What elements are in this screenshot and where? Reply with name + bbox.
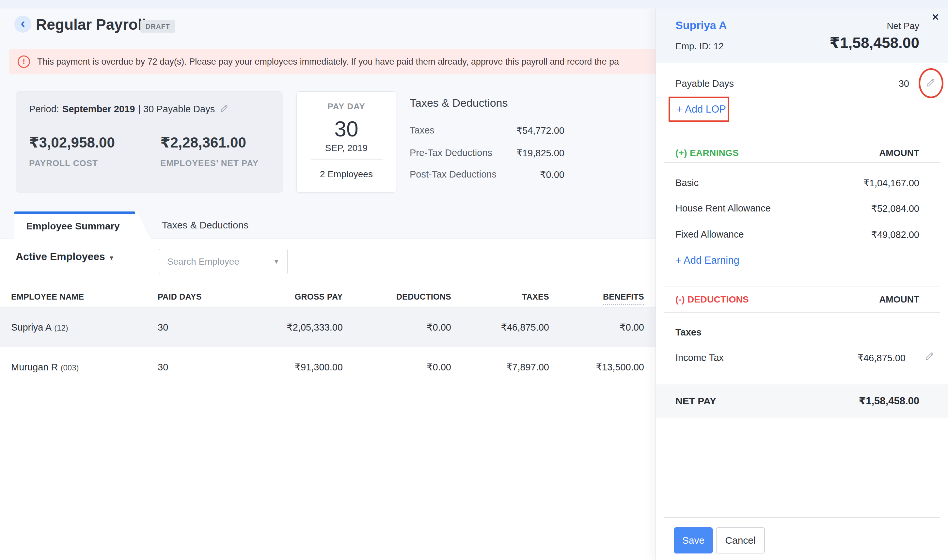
period-summary-card: Period: September 2019 | 30 Payable Days…: [16, 91, 283, 192]
table-row-supriya[interactable]: Supriya A(12) 30 ₹2,05,333.00 ₹0.00 ₹46,…: [0, 308, 656, 347]
top-strip: [0, 0, 948, 8]
active-tab-indicator: [14, 211, 135, 214]
edit-period-icon[interactable]: [219, 103, 231, 115]
taxes-cell: ₹46,875.00: [501, 322, 549, 333]
taxes-cell: ₹7,897.00: [506, 362, 549, 373]
panel-netpay-value: ₹1,58,458.00: [830, 34, 919, 52]
payroll-cost-label: PAYROLL COST: [29, 158, 98, 168]
payday-day: 30: [297, 117, 396, 141]
col-benefits: BENEFITS: [603, 292, 644, 302]
page-title: Regular Payroll: [36, 16, 146, 33]
paid-days-cell: 30: [158, 322, 168, 332]
close-icon[interactable]: ✕: [931, 12, 940, 22]
payable-days-value: 30: [899, 78, 909, 89]
taxes-deductions-title: Taxes & Deductions: [410, 97, 508, 109]
employee-count: 2 Employees: [297, 169, 396, 180]
period-line: Period: September 2019 | 30 Payable Days: [29, 103, 231, 115]
divider: [664, 286, 940, 287]
payday-card: PAY DAY 30 SEP, 2019 2 Employees: [296, 91, 396, 192]
payroll-cost-value: ₹3,02,958.00: [29, 134, 115, 151]
earning-label: Fixed Allowance: [676, 229, 744, 240]
cancel-button[interactable]: Cancel: [716, 528, 765, 554]
employees-net-pay-label: EMPLOYEES’ NET PAY: [160, 158, 259, 168]
taxes-deductions-summary: Taxes & Deductions Taxes ₹54,772.00 Pre-…: [410, 91, 566, 192]
taxes-label: Taxes: [410, 125, 434, 136]
employee-number: (12): [54, 323, 68, 332]
annotation-rectangle: + Add LOP: [669, 97, 729, 122]
gross-pay-cell: ₹2,05,333.00: [286, 322, 343, 333]
employee-number: (003): [60, 363, 78, 372]
employees-net-pay-value: ₹2,28,361.00: [160, 134, 246, 151]
benefits-cell: ₹0.00: [620, 322, 644, 333]
tab-employee-summary[interactable]: Employee Summary: [14, 211, 150, 239]
paid-days-cell: 30: [158, 362, 168, 373]
panel-emp-id: Emp. ID: 12: [676, 41, 724, 52]
divider: [664, 312, 940, 312]
benefits-cell: ₹13,500.00: [596, 362, 644, 373]
status-badge: DRAFT: [140, 20, 175, 32]
earning-value: ₹52,084.00: [871, 203, 919, 214]
alert-text: This payment is overdue by 72 day(s). Pl…: [37, 57, 619, 67]
pretax-label: Pre-Tax Deductions: [410, 148, 492, 158]
col-paid-days: PAID DAYS: [158, 292, 202, 302]
divider: [664, 140, 940, 140]
employee-name: Murugan R(003): [11, 362, 79, 373]
divider: [664, 162, 940, 163]
panel-netpay-label: Net Pay: [886, 21, 919, 31]
earnings-amount-header: AMOUNT: [879, 148, 919, 158]
save-button[interactable]: Save: [674, 528, 713, 554]
back-button[interactable]: ‹: [14, 16, 31, 32]
table-header-row: EMPLOYEE NAME PAID DAYS GROSS PAY DEDUCT…: [0, 281, 656, 308]
deduction-value: ₹46,875.00: [857, 352, 906, 363]
back-chevron-icon: ‹: [20, 17, 25, 30]
earnings-section-title: (+) EARNINGS: [676, 148, 739, 158]
earning-label: House Rent Allowance: [676, 203, 771, 214]
col-gross-pay: GROSS PAY: [295, 292, 343, 302]
employee-detail-panel: Supriya A Net Pay Emp. ID: 12 ₹1,58,458.…: [656, 8, 948, 560]
gross-pay-cell: ₹91,300.00: [295, 362, 343, 373]
payable-days-label: Payable Days: [676, 78, 734, 89]
pretax-value: ₹19,825.00: [516, 148, 565, 158]
payday-monthyear: SEP, 2019: [297, 143, 396, 153]
deductions-cell: ₹0.00: [427, 322, 451, 333]
col-taxes: TAXES: [522, 292, 549, 302]
payable-days-text: | 30 Payable Days: [138, 104, 215, 115]
divider: [664, 517, 940, 518]
period-value: September 2019: [62, 104, 135, 115]
col-deductions: DEDUCTIONS: [396, 292, 451, 302]
panel-header: Supriya A Net Pay Emp. ID: 12 ₹1,58,458.…: [656, 8, 948, 63]
deductions-cell: ₹0.00: [427, 362, 451, 373]
divider: [311, 159, 383, 160]
netpay-total-label: NET PAY: [676, 395, 716, 407]
employee-table: EMPLOYEE NAME PAID DAYS GROSS PAY DEDUCT…: [0, 239, 656, 560]
table-row-murugan[interactable]: Murugan R(003) 30 ₹91,300.00 ₹0.00 ₹7,89…: [0, 347, 656, 388]
posttax-value: ₹0.00: [540, 169, 565, 180]
tab-label: Taxes & Deductions: [162, 220, 248, 231]
add-earning-link[interactable]: + Add Earning: [676, 255, 739, 266]
edit-payable-days-icon[interactable]: [925, 77, 936, 88]
earning-label: Basic: [676, 177, 699, 188]
taxes-value: ₹54,772.00: [516, 125, 565, 136]
edit-income-tax-icon[interactable]: [924, 351, 935, 362]
period-label: Period:: [29, 104, 59, 115]
payday-label: PAY DAY: [297, 102, 396, 112]
deductions-amount-header: AMOUNT: [879, 294, 919, 305]
earning-value: ₹1,04,167.00: [863, 177, 919, 189]
deduction-label: Income Tax: [676, 352, 724, 363]
netpay-total-row: NET PAY ₹1,58,458.00: [656, 385, 948, 418]
tab-taxes-deductions[interactable]: Taxes & Deductions: [162, 211, 248, 239]
deductions-group-label: Taxes: [676, 327, 702, 338]
tab-label: Employee Summary: [26, 221, 120, 232]
earning-value: ₹49,082.00: [871, 229, 919, 240]
posttax-label: Post-Tax Deductions: [410, 169, 497, 180]
panel-employee-name[interactable]: Supriya A: [676, 19, 727, 32]
col-employee-name: EMPLOYEE NAME: [11, 292, 84, 302]
alert-icon: !: [18, 55, 30, 68]
add-lop-link[interactable]: + Add LOP: [677, 103, 726, 115]
deductions-section-title: (-) DEDUCTIONS: [676, 294, 749, 305]
netpay-total-value: ₹1,58,458.00: [859, 395, 919, 407]
employee-name: Supriya A(12): [11, 322, 68, 332]
